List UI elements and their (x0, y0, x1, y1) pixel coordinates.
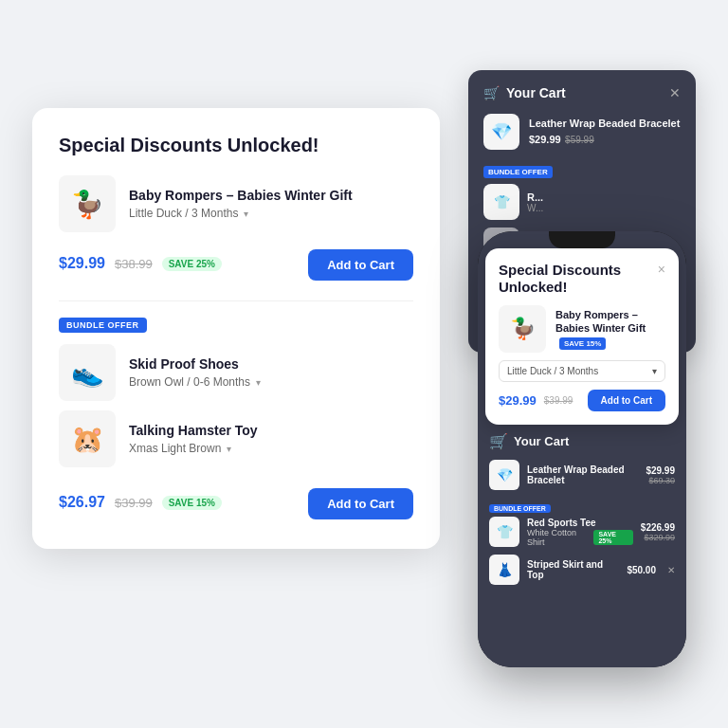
product-3-name: Talking Hamster Toy (129, 423, 413, 438)
phone-screen: Special Discounts Unlocked! × 🦆 Baby Rom… (478, 231, 686, 667)
phone-cart-item-1-img: 💎 (489, 460, 519, 490)
bundle-add-to-cart[interactable]: Add to Cart (308, 488, 413, 519)
cart-item-1-orig-price: $59.99 (565, 135, 594, 145)
cart-title: Your Cart (506, 85, 566, 100)
product-1-orig-price: $38.99 (115, 257, 153, 271)
phone-bundle-item2-name: White Cotton Shirt (527, 528, 590, 547)
variant-3-chevron[interactable]: ▾ (227, 444, 231, 454)
phone-notch (549, 231, 615, 248)
phone-product-image: 🦆 (499, 305, 546, 353)
product-1-info: Baby Rompers – Babies Winter Gift Little… (129, 188, 413, 220)
desktop-product-1: 🦆 Baby Rompers – Babies Winter Gift Litt… (59, 175, 413, 232)
cart-bundle-img: 👕 (483, 184, 519, 220)
product-3-info: Talking Hamster Toy Xmas Light Brown ▾ (129, 423, 413, 455)
product-2-image: 👟 (59, 344, 116, 401)
product-1-variant: Little Duck / 3 Months ▾ (129, 207, 413, 220)
phone-cart-item-1: 💎 Leather Wrap Beaded Bracelet $29.99 $6… (489, 460, 675, 490)
desktop-product-2: 👟 Skid Proof Shoes Brown Owl / 0-6 Month… (59, 344, 413, 401)
product-1-price: $29.99 (59, 255, 105, 272)
product-1-add-to-cart[interactable]: Add to Cart (308, 249, 413, 281)
bundle-badge: BUNDLE OFFER (59, 318, 147, 333)
product-1-price-row: $29.99 $38.99 SAVE 25% Add to Cart (59, 242, 413, 287)
product-1-image: 🦆 (59, 175, 116, 232)
phone-price-row: $29.99 $39.99 Add to Cart (499, 390, 665, 411)
product-3-variant: Xmas Light Brown ▾ (129, 442, 413, 455)
phone-add-to-cart-button[interactable]: Add to Cart (588, 390, 665, 411)
bundle-price: $26.97 (59, 494, 105, 511)
cart-item-1-price: $29.99 (529, 134, 561, 145)
phone-bundle-price: $226.99 (641, 522, 675, 533)
phone-cart-item-1-name: Leather Wrap Beaded Bracelet (527, 464, 638, 485)
phone-save-badge: SAVE 15% (559, 337, 606, 350)
product-1-name: Baby Rompers – Babies Winter Gift (129, 188, 413, 203)
phone-cart-item-3-img: 👗 (489, 555, 519, 585)
phone-cart-bundle-items: 👕 Red Sports Tee White Cotton Shirt SAVE… (489, 517, 675, 547)
product-1-save-badge: SAVE 25% (162, 257, 222, 271)
phone-cart-item-3-price: $50.00 (627, 565, 656, 575)
cart-item-1: 💎 Leather Wrap Beaded Bracelet $29.99 $5… (483, 114, 681, 150)
cart-item-1-name: Leather Wrap Beaded Bracelet (529, 117, 681, 130)
phone-modal-title: Special Discounts Unlocked! (499, 262, 658, 296)
cart-item-1-image: 💎 (483, 114, 519, 150)
product-2-name: Skid Proof Shoes (129, 356, 413, 372)
cart-bundle-name: R... (527, 191, 681, 203)
phone-cart-item-3: 👗 Striped Skirt and Top $50.00 ✕ (489, 555, 675, 585)
phone-bundle-save-badge: SAVE 25% (593, 530, 632, 545)
phone-bundle-badge: BUNDLE OFFER (489, 504, 551, 513)
phone-price-current: $29.99 (499, 393, 537, 408)
bundle-save-badge: SAVE 15% (162, 496, 222, 510)
phone-variant-selector[interactable]: Little Duck / 3 Months ▾ (499, 360, 665, 382)
product-2-info: Skid Proof Shoes Brown Owl / 0-6 Months … (129, 356, 413, 389)
phone-cart-title: Your Cart (514, 434, 569, 448)
desktop-product-3: 🐹 Talking Hamster Toy Xmas Light Brown ▾ (59, 410, 413, 467)
bundle-price-row: $26.97 $39.99 SAVE 15% Add to Cart (59, 481, 413, 526)
variant-2-chevron[interactable]: ▾ (256, 377, 261, 388)
phone-cart-item-1-orig: $69.30 (646, 476, 675, 485)
cart-icon: 🛒 (483, 85, 500, 100)
product-3-image: 🐹 (59, 410, 116, 467)
cart-header: 🛒 Your Cart ✕ (483, 85, 681, 100)
phone-cart-item-3-name: Striped Skirt and Top (527, 559, 619, 580)
bundle-orig-price: $39.99 (115, 496, 153, 510)
cart-close-button[interactable]: ✕ (669, 85, 681, 100)
phone-modal: Special Discounts Unlocked! × 🦆 Baby Rom… (485, 248, 679, 425)
phone-cart-item-1-price: $29.99 (646, 465, 675, 476)
phone-product-name: Baby Rompers – Babies Winter Gift (555, 308, 665, 336)
divider-1 (59, 300, 413, 301)
phone-cart-header: 🛒 Your Cart (489, 432, 675, 450)
phone-bundle-orig-price: $329.99 (641, 533, 675, 542)
desktop-discount-card: Special Discounts Unlocked! 🦆 Baby Rompe… (32, 108, 440, 549)
phone-modal-header: Special Discounts Unlocked! × (499, 262, 665, 296)
product-2-variant: Brown Owl / 0-6 Months ▾ (129, 375, 413, 389)
phone-variant-chevron: ▾ (652, 366, 657, 376)
phone-product-row: 🦆 Baby Rompers – Babies Winter Gift SAVE… (499, 305, 665, 353)
phone-cart-section: 🛒 Your Cart 💎 Leather Wrap Beaded Bracel… (478, 421, 686, 667)
mobile-phone: Special Discounts Unlocked! × 🦆 Baby Rom… (478, 231, 686, 667)
phone-bundle-item1-name: Red Sports Tee (527, 518, 633, 528)
phone-cart-item-3-close[interactable]: ✕ (667, 565, 675, 575)
phone-modal-close-button[interactable]: × (658, 262, 665, 277)
desktop-card-title: Special Discounts Unlocked! (59, 135, 413, 156)
phone-price-original: $39.99 (544, 395, 573, 406)
phone-bundle-img: 👕 (489, 517, 519, 547)
phone-cart-icon: 🛒 (489, 432, 508, 450)
variant-chevron[interactable]: ▾ (244, 209, 248, 219)
cart-bundle-item: 👕 R... W... (483, 184, 681, 220)
cart-bundle-badge: BUNDLE OFFER (483, 166, 553, 178)
